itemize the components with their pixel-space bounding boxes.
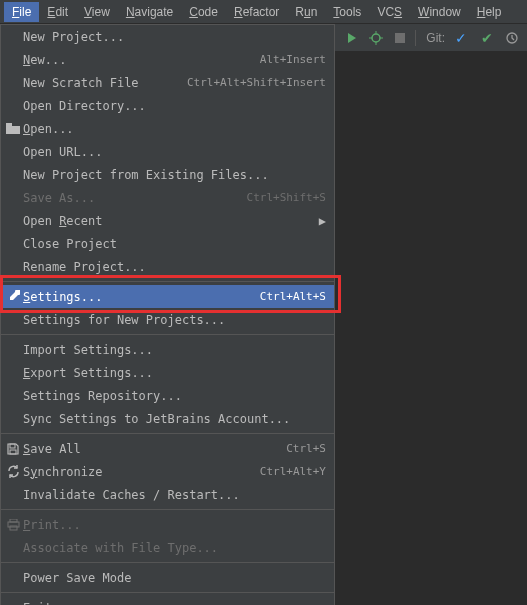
menu-item-new-from-existing[interactable]: New Project from Existing Files... (1, 163, 334, 186)
menu-item-new-scratch-file[interactable]: New Scratch FileCtrl+Alt+Shift+Insert (1, 71, 334, 94)
menu-item-label: Open... (23, 122, 326, 136)
git-update-icon[interactable]: ✓ (455, 30, 467, 46)
menu-item-label: Save All (23, 442, 276, 456)
menubar-item-code[interactable]: Code (181, 2, 226, 22)
menu-item-shortcut: Alt+Insert (260, 53, 326, 66)
menubar-item-file[interactable]: File (4, 2, 39, 22)
menu-item-label: Open URL... (23, 145, 326, 159)
menu-item-open-recent[interactable]: Open Recent▶ (1, 209, 334, 232)
menu-item-settings-new-projects[interactable]: Settings for New Projects... (1, 308, 334, 331)
menu-item-new-project[interactable]: New Project... (1, 25, 334, 48)
menubar-item-run[interactable]: Run (287, 2, 325, 22)
menu-item-label: Invalidate Caches / Restart... (23, 488, 326, 502)
separator (415, 30, 416, 46)
menu-item-settings-repository[interactable]: Settings Repository... (1, 384, 334, 407)
menu-item-save-as: Save As...Ctrl+Shift+S (1, 186, 334, 209)
svg-rect-7 (6, 123, 12, 126)
menu-item-import-settings[interactable]: Import Settings... (1, 338, 334, 361)
menu-item-label: Sync Settings to JetBrains Account... (23, 412, 326, 426)
menu-item-label: Print... (23, 518, 326, 532)
menu-item-power-save-mode[interactable]: Power Save Mode (1, 566, 334, 589)
menubar-item-edit[interactable]: Edit (39, 2, 76, 22)
menu-item-label: Open Directory... (23, 99, 326, 113)
menu-item-label: Close Project (23, 237, 326, 251)
menu-item-shortcut: Ctrl+Shift+S (247, 191, 326, 204)
git-history-icon[interactable] (503, 29, 521, 47)
menubar-item-vcs[interactable]: VCS (369, 2, 410, 22)
menu-item-label: Settings for New Projects... (23, 313, 326, 327)
menu-separator (1, 281, 334, 282)
sync-icon (5, 465, 21, 478)
menu-item-label: Save As... (23, 191, 237, 205)
menu-item-label: Associate with File Type... (23, 541, 326, 555)
svg-rect-9 (10, 450, 16, 454)
menu-item-shortcut: Ctrl+S (286, 442, 326, 455)
git-commit-icon[interactable]: ✔ (481, 30, 493, 46)
menu-item-exit[interactable]: Exit (1, 596, 334, 605)
menu-item-save-all[interactable]: Save AllCtrl+S (1, 437, 334, 460)
menu-item-synchronize[interactable]: SynchronizeCtrl+Alt+Y (1, 460, 334, 483)
menu-item-label: Settings Repository... (23, 389, 326, 403)
menu-item-label: Settings... (23, 290, 250, 304)
print-icon (5, 519, 21, 531)
menubar-item-refactor[interactable]: Refactor (226, 2, 287, 22)
menu-item-label: Export Settings... (23, 366, 326, 380)
submenu-arrow-icon: ▶ (319, 214, 326, 228)
file-menu-dropdown: New Project...New...Alt+InsertNew Scratc… (0, 24, 335, 605)
run-icon[interactable] (343, 29, 361, 47)
menu-item-label: Open Recent (23, 214, 309, 228)
menu-item-label: Rename Project... (23, 260, 326, 274)
menu-separator (1, 562, 334, 563)
menu-item-print: Print... (1, 513, 334, 536)
menu-item-close-project[interactable]: Close Project (1, 232, 334, 255)
menu-separator (1, 334, 334, 335)
menu-item-sync-settings[interactable]: Sync Settings to JetBrains Account... (1, 407, 334, 430)
debug-icon[interactable] (367, 29, 385, 47)
menu-item-settings[interactable]: Settings...Ctrl+Alt+S (1, 285, 334, 308)
menu-item-label: New... (23, 53, 250, 67)
menu-item-open[interactable]: Open... (1, 117, 334, 140)
menubar-item-window[interactable]: Window (410, 2, 469, 22)
svg-point-0 (372, 34, 380, 42)
menu-item-label: New Project from Existing Files... (23, 168, 326, 182)
folder-icon (5, 123, 21, 135)
menu-item-label: Import Settings... (23, 343, 326, 357)
menu-item-open-directory[interactable]: Open Directory... (1, 94, 334, 117)
menu-item-label: New Project... (23, 30, 326, 44)
save-icon (5, 443, 21, 455)
menu-item-rename-project[interactable]: Rename Project... (1, 255, 334, 278)
menu-separator (1, 592, 334, 593)
svg-rect-5 (395, 33, 405, 43)
menubar: FileEditViewNavigateCodeRefactorRunTools… (0, 0, 527, 24)
menu-item-associate-file-type: Associate with File Type... (1, 536, 334, 559)
git-label: Git: (426, 31, 445, 45)
menu-item-invalidate-caches[interactable]: Invalidate Caches / Restart... (1, 483, 334, 506)
menu-item-label: Exit (23, 601, 326, 606)
menubar-item-view[interactable]: View (76, 2, 118, 22)
wrench-icon (5, 290, 21, 303)
menubar-item-tools[interactable]: Tools (325, 2, 369, 22)
menu-separator (1, 433, 334, 434)
menubar-item-help[interactable]: Help (469, 2, 510, 22)
menu-item-label: New Scratch File (23, 76, 177, 90)
menubar-item-navigate[interactable]: Navigate (118, 2, 181, 22)
menu-item-open-url[interactable]: Open URL... (1, 140, 334, 163)
menu-item-label: Power Save Mode (23, 571, 326, 585)
menu-item-shortcut: Ctrl+Alt+Shift+Insert (187, 76, 326, 89)
menu-item-label: Synchronize (23, 465, 250, 479)
menu-separator (1, 509, 334, 510)
menu-item-export-settings[interactable]: Export Settings... (1, 361, 334, 384)
menu-item-shortcut: Ctrl+Alt+Y (260, 465, 326, 478)
menu-item-new[interactable]: New...Alt+Insert (1, 48, 334, 71)
menu-item-shortcut: Ctrl+Alt+S (260, 290, 326, 303)
svg-rect-8 (10, 444, 15, 448)
stop-icon[interactable] (391, 29, 409, 47)
